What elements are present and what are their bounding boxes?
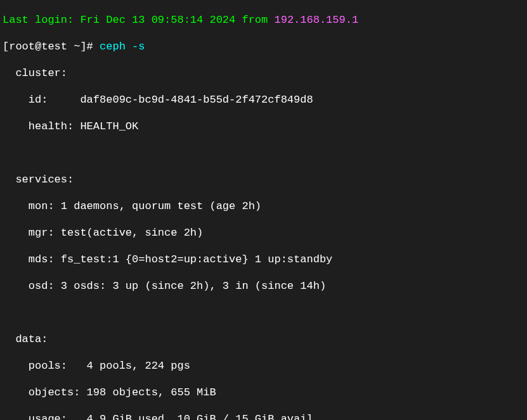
blank-line: [3, 146, 524, 160]
services-header: services:: [3, 173, 524, 186]
data-header: data:: [3, 333, 524, 346]
blank-line: [3, 306, 524, 319]
services-osd: osd: 3 osds: 3 up (since 2h), 3 in (sinc…: [3, 279, 524, 293]
cluster-header: cluster:: [3, 67, 524, 80]
terminal[interactable]: Last login: Fri Dec 13 09:58:14 2024 fro…: [0, 0, 527, 420]
last-login-ip: 192.168.159.1: [274, 14, 358, 26]
data-objects: objects: 198 objects, 655 MiB: [3, 386, 524, 399]
command-1: ceph -s: [100, 41, 145, 53]
last-login-line: Last login: Fri Dec 13 09:58:14 2024 fro…: [3, 13, 524, 27]
prompt-line-1: [root@test ~]# ceph -s: [3, 40, 524, 53]
cluster-id: id: daf8e09c-bc9d-4841-b55d-2f472cf849d8: [3, 93, 524, 106]
last-login-text: Last login: Fri Dec 13 09:58:14 2024 fro…: [3, 14, 274, 26]
data-pools: pools: 4 pools, 224 pgs: [3, 359, 524, 372]
services-mds: mds: fs_test:1 {0=host2=up:active} 1 up:…: [3, 253, 524, 266]
services-mon: mon: 1 daemons, quorum test (age 2h): [3, 200, 524, 213]
cluster-health: health: HEALTH_OK: [3, 120, 524, 133]
shell-prompt: [root@test ~]#: [3, 41, 100, 53]
data-usage: usage: 4.9 GiB used, 10 GiB / 15 GiB ava…: [3, 412, 524, 420]
services-mgr: mgr: test(active, since 2h): [3, 226, 524, 239]
